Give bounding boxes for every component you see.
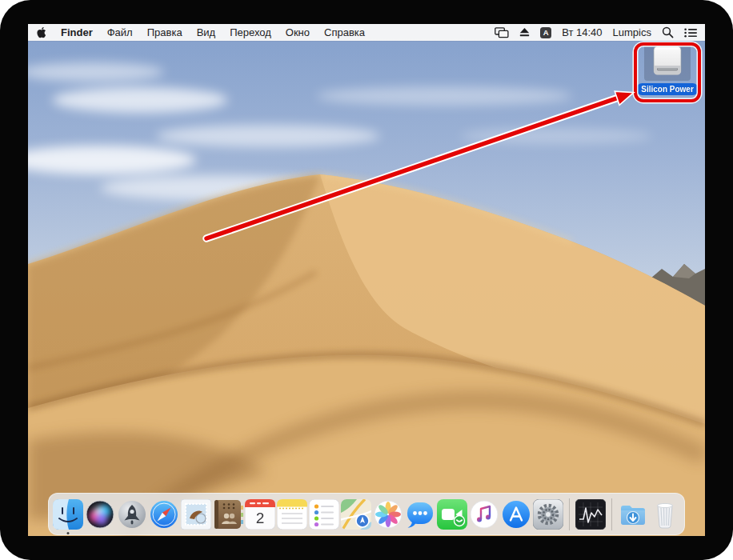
app-store-icon	[501, 499, 531, 530]
dock-item-activity-monitor[interactable]	[575, 499, 606, 530]
icon-selection-highlight	[644, 43, 691, 81]
list-icon	[684, 28, 697, 38]
notification-center-menu[interactable]	[684, 28, 697, 38]
display-mirroring-icon	[495, 27, 509, 38]
dock-item-maps[interactable]	[341, 499, 371, 530]
facetime-icon	[437, 499, 467, 530]
maps-icon	[341, 499, 371, 530]
photos-icon	[373, 499, 403, 530]
dock-divider	[611, 498, 612, 530]
messages-icon	[405, 499, 435, 530]
dock-item-app-store[interactable]	[501, 499, 531, 530]
menu-window[interactable]: Окно	[286, 26, 310, 38]
dock-item-finder[interactable]	[53, 499, 83, 530]
downloads-folder-icon	[618, 499, 648, 530]
screenshot-frame: Finder Файл Правка Вид Переход Окно Спра…	[0, 0, 733, 560]
activity-monitor-icon	[575, 499, 606, 530]
dock-item-notes[interactable]	[277, 499, 307, 530]
launchpad-icon	[117, 499, 147, 530]
dock-item-photos[interactable]	[373, 499, 403, 530]
drive-label: Silicon Power	[636, 83, 699, 95]
menu-help[interactable]: Справка	[324, 26, 365, 38]
dock-item-system-preferences[interactable]	[533, 499, 563, 530]
menu-clock[interactable]: Вт 14:40	[562, 26, 602, 38]
trash-icon	[650, 499, 680, 530]
calendar-day: 2	[256, 510, 265, 526]
spotlight-menu[interactable]	[662, 26, 674, 38]
desktop-screen: Finder Файл Правка Вид Переход Окно Спра…	[28, 24, 705, 536]
dock-item-siri[interactable]	[85, 499, 115, 530]
system-preferences-icon	[533, 499, 563, 530]
siri-icon	[85, 499, 115, 530]
dock-item-downloads[interactable]	[618, 499, 648, 530]
search-icon	[662, 26, 674, 38]
menu-view[interactable]: Вид	[197, 26, 216, 38]
apple-menu[interactable]	[36, 26, 46, 38]
menu-user[interactable]: Lumpics	[613, 26, 651, 38]
dock-item-contacts[interactable]	[213, 499, 243, 530]
dock: 2	[48, 493, 685, 535]
dock-item-trash[interactable]	[650, 499, 680, 530]
notes-icon	[277, 499, 307, 530]
eject-icon	[519, 28, 530, 37]
external-drive-icon	[650, 46, 685, 76]
reminders-icon	[309, 499, 339, 530]
dock-item-facetime[interactable]	[437, 499, 467, 530]
contacts-icon	[213, 499, 243, 530]
menu-bar: Finder Файл Правка Вид Переход Окно Спра…	[28, 24, 705, 41]
dock-divider	[569, 498, 570, 530]
dock-item-mail[interactable]	[181, 499, 211, 530]
dock-item-launchpad[interactable]	[117, 499, 147, 530]
safari-icon	[149, 499, 179, 530]
desktop-icon-silicon-power[interactable]: Silicon Power	[637, 43, 698, 95]
dock-item-calendar[interactable]: 2	[245, 499, 275, 530]
desktop-wallpaper	[28, 24, 705, 536]
keyboard-layout-badge[interactable]: A	[540, 27, 551, 38]
apple-icon	[36, 26, 46, 38]
mail-icon	[181, 499, 211, 530]
eject-menu[interactable]	[519, 28, 530, 37]
finder-icon	[53, 499, 83, 530]
menu-file[interactable]: Файл	[107, 26, 133, 38]
dock-item-reminders[interactable]	[309, 499, 339, 530]
menu-edit[interactable]: Правка	[147, 26, 182, 38]
itunes-icon	[469, 499, 499, 530]
dock-item-safari[interactable]	[149, 499, 179, 530]
screen-mirroring-menu[interactable]	[495, 27, 509, 38]
calendar-icon: 2	[245, 499, 275, 530]
running-indicator	[67, 532, 70, 534]
menu-app-name[interactable]: Finder	[61, 26, 93, 38]
menu-go[interactable]: Переход	[230, 26, 271, 38]
dock-item-messages[interactable]	[405, 499, 435, 530]
dock-item-itunes[interactable]	[469, 499, 499, 530]
